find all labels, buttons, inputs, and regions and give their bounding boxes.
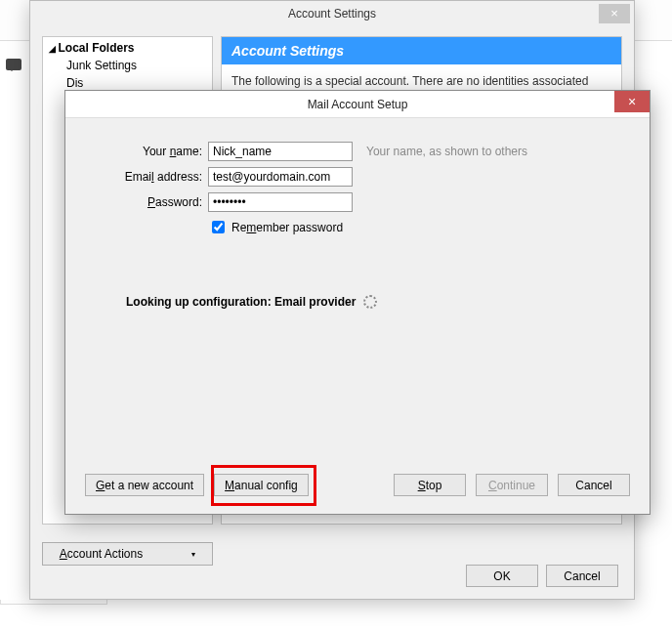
window-title-bar: Account Settings × bbox=[30, 1, 634, 26]
close-icon[interactable]: × bbox=[599, 4, 630, 23]
chevron-down-icon: ▾ bbox=[191, 550, 195, 559]
your-name-label: Your name: bbox=[93, 145, 202, 158]
your-name-input[interactable] bbox=[208, 142, 353, 161]
remember-password-checkbox[interactable] bbox=[212, 221, 225, 233]
chat-icon bbox=[6, 59, 21, 70]
close-icon[interactable]: × bbox=[614, 91, 650, 112]
tree-item-junk[interactable]: Junk Settings bbox=[45, 57, 210, 74]
cancel-button[interactable]: Cancel bbox=[558, 474, 630, 496]
status-label: Looking up configuration: Email provider bbox=[126, 295, 356, 309]
statusbar-strip bbox=[0, 600, 107, 605]
spinner-icon bbox=[363, 295, 377, 309]
stop-button[interactable]: Stop bbox=[394, 474, 466, 496]
ok-button[interactable]: OK bbox=[466, 565, 538, 587]
email-label: Email address: bbox=[93, 170, 202, 184]
cancel-button[interactable]: Cancel bbox=[546, 565, 618, 587]
account-actions-label: Account Actions bbox=[60, 547, 143, 561]
status-text: Looking up configuration: Email provider bbox=[126, 295, 622, 309]
password-label: Password: bbox=[93, 195, 202, 209]
dialog-title-bar: Mail Account Setup × bbox=[65, 91, 650, 118]
window-title: Account Settings bbox=[288, 7, 376, 21]
password-input[interactable] bbox=[208, 192, 353, 212]
manual-config-button[interactable]: Manual config bbox=[214, 474, 309, 496]
continue-button: Continue bbox=[476, 474, 548, 496]
remember-password-label: Remember password bbox=[231, 221, 343, 234]
account-actions-button[interactable]: Account Actions ▾ bbox=[42, 542, 213, 566]
mail-account-setup-dialog: Mail Account Setup × Your name: Your nam… bbox=[64, 90, 651, 515]
email-input[interactable] bbox=[208, 167, 353, 187]
content-header: Account Settings bbox=[222, 37, 621, 64]
tree-root-local-folders[interactable]: Local Folders bbox=[45, 39, 210, 57]
dialog-title: Mail Account Setup bbox=[308, 98, 408, 111]
get-new-account-button[interactable]: Get a new account bbox=[85, 474, 204, 496]
your-name-hint: Your name, as shown to others bbox=[366, 145, 527, 158]
